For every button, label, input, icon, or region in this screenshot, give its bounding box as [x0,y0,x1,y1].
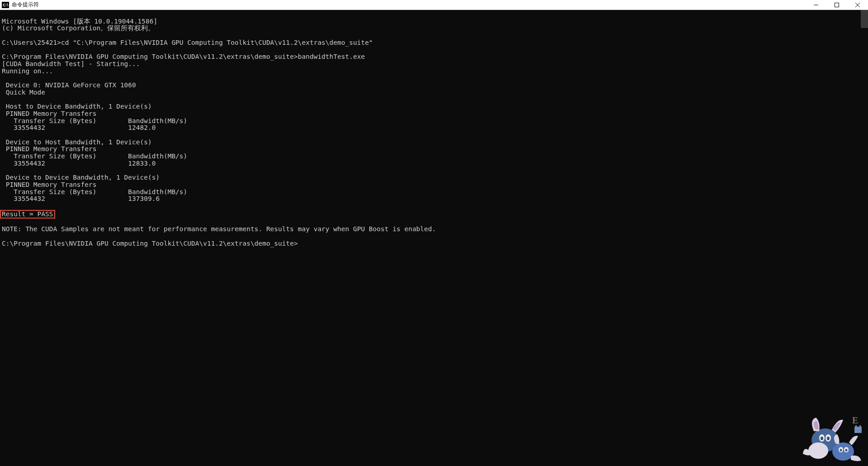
cmd-icon: C:\ [2,2,9,8]
terminal-line: (c) Microsoft Corporation。保留所有权利。 [2,24,155,32]
svg-rect-17 [855,425,857,428]
svg-point-6 [826,434,831,442]
svg-point-12 [844,447,849,452]
maximize-icon [835,3,839,7]
close-button[interactable] [847,0,868,10]
titlebar: C:\ 命令提示符 [0,0,868,10]
terminal-line: Device to Host Bandwidth, 1 Device(s) [2,138,152,146]
terminal-line: Running on... [2,67,53,75]
svg-point-7 [821,437,823,440]
svg-point-8 [827,437,830,440]
terminal-line: Device 0: NVIDIA GeForce GTX 1060 [2,81,136,89]
terminal-line: PINNED Memory Transfers [2,181,97,188]
maximize-button[interactable] [826,0,847,10]
close-icon [855,3,860,7]
terminal-line: PINNED Memory Transfers [2,110,97,117]
svg-point-11 [839,447,843,452]
minimize-button[interactable] [806,0,826,10]
terminal-prompt: C:\Program Files\NVIDIA GPU Computing To… [2,240,298,247]
terminal-line: 33554432 12482.0 [2,124,156,131]
terminal-line: 33554432 137309.6 [2,195,160,202]
svg-rect-1 [835,3,839,7]
mascot-overlay-icon: E [800,406,863,465]
terminal-line: [CUDA Bandwidth Test] - Starting... [2,60,140,67]
svg-point-5 [819,434,825,442]
svg-rect-18 [859,425,861,428]
terminal-line: C:\Program Files\NVIDIA GPU Computing To… [2,53,365,60]
terminal-line: Transfer Size (Bytes) Bandwidth(MB/s) [2,188,187,195]
terminal-line: Microsoft Windows [版本 10.0.19044.1586] [2,18,157,25]
svg-point-4 [811,428,839,452]
window-title: 命令提示符 [12,1,39,9]
svg-rect-16 [854,427,862,433]
terminal-line: NOTE: The CUDA Samples are not meant for… [2,225,436,233]
scrollbar[interactable] [861,10,868,28]
terminal-line: 33554432 12833.0 [2,160,156,167]
svg-point-13 [840,449,842,452]
terminal-line: Device to Device Bandwidth, 1 Device(s) [2,174,160,181]
terminal-line: Transfer Size (Bytes) Bandwidth(MB/s) [2,117,187,124]
svg-point-9 [808,442,828,459]
svg-point-10 [832,442,854,461]
result-highlight: Result = PASS [0,210,55,219]
terminal-line: C:\Users\25421>cd "C:\Program Files\NVID… [2,39,373,46]
terminal-output[interactable]: Microsoft Windows [版本 10.0.19044.1586] (… [0,10,868,466]
terminal-line: Transfer Size (Bytes) Bandwidth(MB/s) [2,152,187,160]
terminal-line: PINNED Memory Transfers [2,145,97,152]
terminal-line: Host to Device Bandwidth, 1 Device(s) [2,103,152,110]
window-controls [806,0,868,10]
minimize-icon [814,3,818,7]
terminal-line: Quick Mode [2,89,45,96]
svg-text:E: E [852,415,858,425]
svg-point-14 [845,449,848,452]
